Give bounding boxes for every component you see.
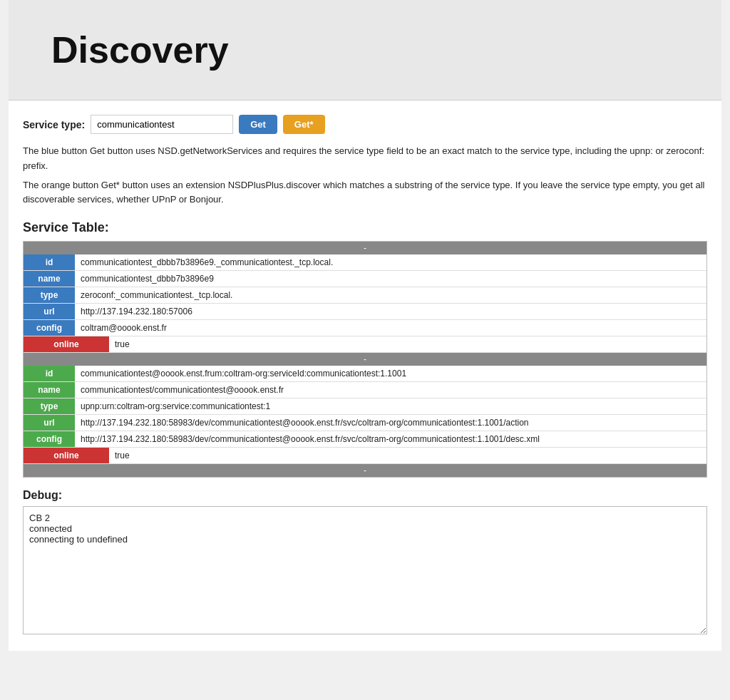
field-value-id-1: communicationtest_dbbb7b3896e9._communic… [75, 254, 706, 270]
field-label-config-1: config [24, 320, 75, 336]
table-row: config coltram@ooook.enst.fr [24, 320, 706, 336]
table-row: id communicationtest_dbbb7b3896e9._commu… [24, 254, 706, 271]
header-banner: Discovery [9, 0, 721, 101]
service-type-input[interactable] [91, 115, 233, 134]
page-title: Discovery [51, 29, 700, 71]
online-value-1: true [109, 336, 135, 352]
field-value-type-1: zeroconf:_communicationtest._tcp.local. [75, 287, 706, 303]
field-label-id-2: id [24, 366, 75, 381]
get-star-button[interactable]: Get* [283, 115, 325, 134]
debug-textarea[interactable] [23, 506, 707, 634]
field-value-name-1: communicationtest_dbbb7b3896e9 [75, 271, 706, 287]
table-row: id communicationtest@ooook.enst.frum:col… [24, 366, 706, 382]
description-blue: The blue button Get button uses NSD.getN… [23, 144, 707, 174]
service-entry-1: id communicationtest_dbbb7b3896e9._commu… [24, 254, 706, 353]
table-row: url http://137.194.232.180:58983/dev/com… [24, 415, 706, 431]
field-value-id-2: communicationtest@ooook.enst.frum:coltra… [75, 366, 706, 381]
field-label-type-1: type [24, 287, 75, 303]
online-row-1: online true [24, 336, 706, 353]
debug-section: Debug: [23, 489, 707, 637]
debug-title: Debug: [23, 489, 707, 502]
table-row: type zeroconf:_communicationtest._tcp.lo… [24, 287, 706, 304]
table-separator-middle[interactable]: - [24, 353, 706, 366]
table-separator-top[interactable]: - [24, 242, 706, 254]
table-row: name communicationtest/communicationtest… [24, 382, 706, 398]
service-type-row: Service type: Get Get* [23, 115, 707, 134]
field-value-url-2: http://137.194.232.180:58983/dev/communi… [75, 415, 706, 431]
online-row-2: online true [24, 448, 706, 464]
table-row: config http://137.194.232.180:58983/dev/… [24, 431, 706, 448]
table-row: name communicationtest_dbbb7b3896e9 [24, 271, 706, 287]
service-type-label: Service type: [23, 119, 85, 130]
field-value-config-1: coltram@ooook.enst.fr [75, 320, 706, 336]
field-value-name-2: communicationtest/communicationtest@oooo… [75, 382, 706, 398]
online-label-2: online [24, 448, 109, 463]
service-entry-2: id communicationtest@ooook.enst.frum:col… [24, 366, 706, 464]
table-row: type upnp:urn:coltram-org:service:commun… [24, 398, 706, 415]
field-label-name-1: name [24, 271, 75, 287]
service-table: - id communicationtest_dbbb7b3896e9._com… [23, 241, 707, 478]
field-value-url-1: http://137.194.232.180:57006 [75, 304, 706, 319]
field-label-name-2: name [24, 382, 75, 398]
field-label-type-2: type [24, 398, 75, 414]
service-table-title: Service Table: [23, 220, 707, 235]
field-label-url-2: url [24, 415, 75, 431]
field-value-config-2: http://137.194.232.180:58983/dev/communi… [75, 431, 706, 447]
field-label-id-1: id [24, 254, 75, 270]
online-label-1: online [24, 336, 109, 352]
table-separator-bottom[interactable]: - [24, 464, 706, 477]
get-button[interactable]: Get [239, 115, 277, 134]
field-label-url-1: url [24, 304, 75, 319]
main-content: Service type: Get Get* The blue button G… [9, 101, 721, 651]
table-row: url http://137.194.232.180:57006 [24, 304, 706, 320]
field-label-config-2: config [24, 431, 75, 447]
field-value-type-2: upnp:urn:coltram-org:service:communicati… [75, 398, 706, 414]
online-value-2: true [109, 448, 135, 463]
description-orange: The orange button Get* button uses an ex… [23, 178, 707, 208]
